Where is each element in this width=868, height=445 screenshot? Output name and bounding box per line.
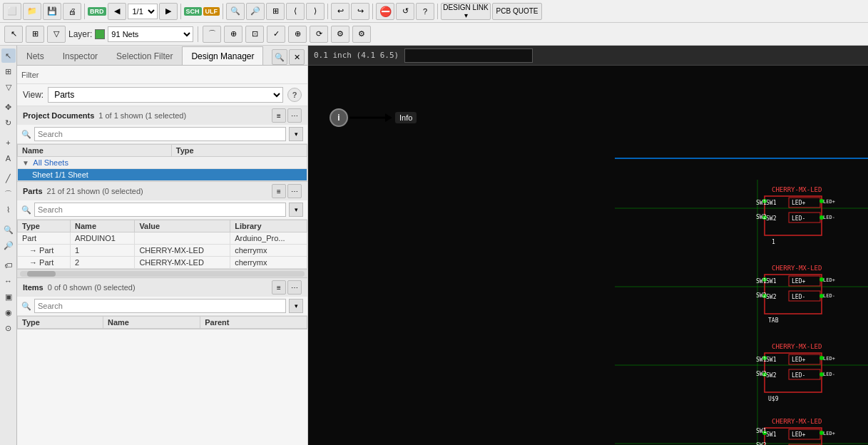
view-label: View: (23, 90, 44, 100)
select-tool[interactable]: ↖ (4, 26, 23, 43)
tab-inspector[interactable]: Inspector (53, 46, 107, 65)
svg-text:SW2: SW2 (756, 371, 767, 377)
sidebar-icon-drill[interactable]: ⊙ (1, 321, 16, 335)
pcb-component-1[interactable]: CHERRY-MX-LED SW1 LED+ SW2 LED- 1 LED+ L… (762, 186, 835, 245)
table-row[interactable]: Part ARDUINO1 Arduino_Pro... (18, 232, 307, 245)
open-button[interactable]: 📁 (23, 3, 41, 20)
items-more-icon[interactable]: ⋯ (287, 280, 302, 295)
sidebar-icon-line[interactable]: ╱ (1, 171, 16, 185)
sidebar-icon-route[interactable]: ⌇ (1, 203, 16, 217)
sidebar-icon-zoom[interactable]: 🔍 (1, 222, 16, 237)
parts-scrollbar[interactable] (17, 269, 307, 277)
pcb-component-tab[interactable]: CHERRY-MX-LED SW1 LED+ SW2 LED- TAB LED+… (762, 265, 835, 324)
parts-more-icon[interactable]: ⋯ (287, 184, 302, 198)
zoom-fit-tool[interactable]: ⊕ (224, 26, 242, 43)
svg-text:LED-: LED- (823, 293, 835, 299)
tab-selection-filter[interactable]: Selection Filter (107, 46, 182, 65)
tab-nets[interactable]: Nets (17, 46, 53, 65)
sidebar-icon-move[interactable]: ✥ (1, 100, 16, 114)
settings2-tool[interactable]: ⚙ (352, 26, 371, 43)
view-select[interactable]: Parts Nets Hierarchy (48, 87, 283, 103)
help-button-small[interactable]: ? (287, 88, 302, 102)
sidebar-icon-arc[interactable]: ⌒ (1, 187, 16, 201)
pcb-component-u9[interactable]: CHERRY-MX-LED SW1 LED+ SW2 LED- U$9 LED+… (762, 343, 835, 402)
grid-tool[interactable]: ⊞ (26, 26, 44, 43)
filter-label: Filter (21, 71, 39, 79)
sidebar-icon-add[interactable]: + (1, 135, 16, 150)
sidebar-icon-copper[interactable]: ◉ (1, 305, 16, 319)
coord-input[interactable] (404, 48, 533, 63)
sidebar-icon-measure[interactable]: ↔ (1, 274, 16, 288)
filter-row: Filter (17, 66, 307, 84)
pcb-component-u13[interactable]: CHERRY-MX-LED SW1 LED+ SW2 LED- U$13 LED… (762, 418, 835, 445)
sidebar-icon-3d[interactable]: ▣ (1, 290, 16, 304)
svg-marker-1 (385, 113, 392, 122)
layer-select[interactable]: 91 Nets (108, 26, 193, 42)
page-back-button[interactable]: ◀ (108, 3, 126, 20)
tab-close-icon[interactable]: ✕ (289, 49, 305, 65)
zoom-out-btn[interactable]: 🔎 (246, 3, 265, 20)
section-project-documents: Project Documents 1 of 1 shown (1 select… (17, 106, 307, 182)
new-button[interactable]: ⬜ (3, 3, 21, 20)
help-button[interactable]: ? (416, 3, 434, 20)
info-circle[interactable]: i (330, 108, 348, 127)
zoom-prev-btn[interactable]: ⟨ (286, 3, 305, 20)
route-tool[interactable]: ⌒ (203, 26, 221, 43)
page-forward-button[interactable]: ▶ (159, 3, 178, 20)
filter-tool[interactable]: ▽ (47, 26, 66, 43)
sidebar-icon-arrow[interactable]: ↖ (1, 48, 16, 63)
component-tool[interactable]: ⟳ (310, 26, 328, 43)
sidebar-icon-text[interactable]: A (1, 151, 16, 165)
separator-3 (223, 4, 223, 19)
svg-text:LED-: LED- (823, 215, 835, 220)
parts-search-dropdown[interactable]: ▾ (289, 203, 303, 217)
settings-tool[interactable]: ⚙ (331, 26, 349, 43)
sidebar-icon-tag[interactable]: 🏷 (1, 258, 16, 272)
parts-search-input[interactable] (34, 203, 286, 217)
table-row[interactable]: → Part 1 CHERRY-MX-LED cherrymx (18, 245, 307, 257)
design-link-button[interactable]: DESIGN LINK ▾ (441, 3, 491, 20)
redo-button[interactable]: ↪ (351, 3, 369, 20)
zoom-next-btn[interactable]: ⟩ (306, 3, 325, 20)
refresh-button[interactable]: ↺ (396, 3, 414, 20)
sidebar-icon-filter[interactable]: ▽ (1, 80, 16, 94)
zoom-area-btn[interactable]: ⊞ (266, 3, 285, 20)
sidebar-icon-rotate[interactable]: ↻ (1, 116, 16, 130)
documents-list-icon[interactable]: ≡ (272, 108, 286, 123)
view-row: View: Parts Nets Hierarchy ? (17, 84, 307, 106)
documents-more-icon[interactable]: ⋯ (287, 108, 302, 123)
parts-search-icon: 🔍 (21, 205, 31, 215)
col-library: Library (230, 220, 307, 232)
undo-button[interactable]: ↩ (331, 3, 349, 20)
page-select[interactable]: 1/1 (128, 4, 158, 19)
ratsnest-tool[interactable]: ⊡ (245, 26, 264, 43)
zoom-in-btn[interactable]: 🔍 (226, 3, 245, 20)
sidebar-icon-zoomout[interactable]: 🔎 (1, 238, 16, 252)
stop-button[interactable]: ⛔ (376, 3, 394, 20)
tab-design-manager[interactable]: Design Manager (182, 46, 263, 65)
canvas-area[interactable]: 0.1 inch (4.1 6.5) i Info (308, 46, 868, 445)
documents-search-dropdown[interactable]: ▾ (289, 127, 303, 141)
svg-text:LED+: LED+ (823, 199, 835, 205)
parts-list-icon[interactable]: ≡ (272, 184, 286, 198)
table-row[interactable]: ▼ All Sheets (18, 157, 307, 169)
items-search-dropdown[interactable]: ▾ (289, 299, 303, 313)
separator-5 (372, 4, 373, 19)
table-row[interactable]: → Part 2 CHERRY-MX-LED cherrymx (18, 257, 307, 269)
footprint-tool[interactable]: ⊕ (288, 26, 307, 43)
documents-search-input[interactable] (34, 127, 286, 141)
sidebar-icon-grid[interactable]: ⊞ (1, 64, 16, 78)
tab-search-icon[interactable]: 🔍 (272, 49, 287, 65)
print-button[interactable]: 🖨 (63, 3, 81, 20)
items-list-icon[interactable]: ≡ (272, 280, 286, 295)
items-search-input[interactable] (34, 299, 286, 313)
svg-text:LED+: LED+ (823, 431, 835, 436)
part-name: 1 (71, 245, 135, 257)
part-value: CHERRY-MX-LED (135, 245, 230, 257)
pcb-canvas[interactable]: i Info (308, 66, 868, 445)
table-row[interactable]: Sheet 1/1 Sheet (18, 169, 307, 181)
save-button[interactable]: 💾 (43, 3, 61, 20)
pcb-quote-button[interactable]: PCB QUOTE (492, 3, 542, 20)
svg-text:SW1: SW1 (766, 357, 777, 363)
drc-tool[interactable]: ✓ (267, 26, 285, 43)
